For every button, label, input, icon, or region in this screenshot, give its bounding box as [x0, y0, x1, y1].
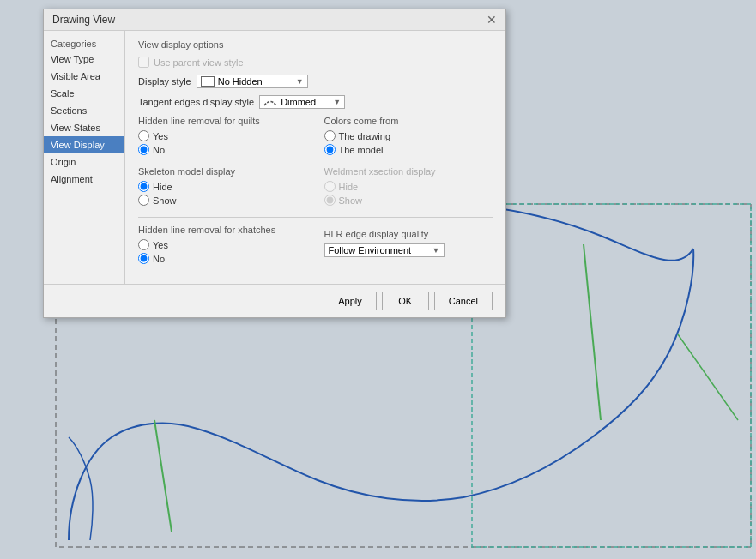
- sidebar-item-view-type[interactable]: View Type: [44, 51, 124, 68]
- hidden-line-quilts-col: Hidden line removal for quilts Yes No: [138, 116, 307, 158]
- svg-line-2: [154, 420, 172, 532]
- use-parent-view-style-row: Use parent view style: [138, 57, 493, 68]
- weldment-title: Weldment xsection display: [324, 166, 493, 177]
- hlr-arrow: ▼: [432, 246, 440, 255]
- quilts-no-label: No: [153, 145, 165, 155]
- skeleton-show-radio[interactable]: [138, 195, 149, 206]
- colors-drawing-label: The drawing: [339, 131, 391, 141]
- hlr-value: Follow Environment: [329, 245, 432, 255]
- cancel-button[interactable]: Cancel: [434, 292, 493, 310]
- colors-drawing-row: The drawing: [324, 130, 493, 141]
- tangent-edges-value: Dimmed: [281, 97, 333, 107]
- use-parent-label: Use parent view style: [154, 57, 244, 68]
- hlr-dropdown-row: Follow Environment ▼: [324, 243, 493, 257]
- tangent-icon: [263, 97, 277, 107]
- section-title: View display options: [138, 39, 493, 50]
- display-style-label: Display style: [138, 76, 191, 87]
- sidebar-item-view-states[interactable]: View States: [44, 119, 124, 136]
- options-row-3: Hidden line removal for xhatches Yes No …: [138, 225, 493, 267]
- display-style-value: No Hidden: [218, 76, 296, 87]
- tangent-edges-label: Tangent edges display style: [138, 97, 254, 107]
- categories-panel: Categories View Type Visible Area Scale …: [44, 31, 125, 284]
- xhatches-yes-radio[interactable]: [138, 239, 149, 250]
- xhatches-col: Hidden line removal for xhatches Yes No: [138, 225, 307, 267]
- display-style-arrow: ▼: [296, 77, 304, 86]
- sidebar-item-scale[interactable]: Scale: [44, 85, 124, 102]
- tangent-edges-row: Tangent edges display style Dimmed ▼: [138, 95, 493, 109]
- sidebar-item-view-display[interactable]: View Display: [44, 136, 124, 153]
- weldment-show-label: Show: [339, 195, 363, 206]
- skeleton-hide-radio[interactable]: [138, 181, 149, 192]
- tangent-edges-arrow: ▼: [333, 98, 341, 106]
- options-row-1: Hidden line removal for quilts Yes No Co…: [138, 116, 493, 158]
- skeleton-hide-row: Hide: [138, 181, 307, 192]
- tangent-edges-dropdown[interactable]: Dimmed ▼: [259, 95, 345, 109]
- colors-drawing-radio[interactable]: [324, 130, 336, 141]
- colors-model-label: The model: [339, 145, 384, 155]
- hlr-dropdown[interactable]: Follow Environment ▼: [324, 243, 445, 257]
- skeleton-title: Skeleton model display: [138, 166, 307, 177]
- xhatches-no-row: No: [138, 253, 307, 264]
- quilts-yes-radio[interactable]: [138, 130, 149, 141]
- xhatches-yes-label: Yes: [153, 240, 168, 250]
- quilts-no-row: No: [138, 144, 307, 155]
- colors-come-from-col: Colors come from The drawing The model: [324, 116, 493, 158]
- sidebar-item-origin[interactable]: Origin: [44, 153, 124, 171]
- weldment-hide-label: Hide: [339, 182, 359, 192]
- quilts-no-radio[interactable]: [138, 144, 149, 155]
- skeleton-hide-label: Hide: [153, 182, 172, 192]
- skeleton-col: Skeleton model display Hide Show: [138, 166, 307, 208]
- hlr-col: HLR edge display quality Follow Environm…: [324, 229, 493, 267]
- weldment-hide-row: Hide: [324, 181, 493, 192]
- svg-line-4: [678, 334, 738, 420]
- options-row-2: Skeleton model display Hide Show Weldmen…: [138, 166, 493, 208]
- quilts-yes-label: Yes: [153, 131, 168, 141]
- skeleton-show-row: Show: [138, 195, 307, 206]
- svg-line-3: [584, 244, 601, 420]
- quilts-yes-row: Yes: [138, 130, 307, 141]
- sidebar-item-sections[interactable]: Sections: [44, 102, 124, 119]
- colors-come-from-title: Colors come from: [324, 116, 493, 126]
- display-style-row: Display style No Hidden ▼: [138, 75, 493, 88]
- skeleton-show-label: Show: [153, 195, 177, 206]
- display-style-icon: [201, 76, 215, 87]
- content-panel: View display options Use parent view sty…: [125, 31, 505, 284]
- xhatches-no-label: No: [153, 254, 165, 264]
- weldment-col: Weldment xsection display Hide Show: [324, 166, 493, 208]
- dialog-title: Drawing View: [52, 14, 115, 26]
- svg-rect-1: [472, 204, 751, 547]
- weldment-show-row: Show: [324, 195, 493, 206]
- apply-button[interactable]: Apply: [324, 292, 377, 310]
- hidden-line-quilts-title: Hidden line removal for quilts: [138, 116, 307, 126]
- hlr-title: HLR edge display quality: [324, 229, 493, 239]
- divider: [138, 217, 493, 218]
- xhatches-yes-row: Yes: [138, 239, 307, 250]
- colors-model-radio[interactable]: [324, 144, 336, 155]
- sidebar-item-visible-area[interactable]: Visible Area: [44, 68, 124, 85]
- dialog-titlebar: Drawing View ✕: [44, 9, 505, 31]
- xhatches-no-radio[interactable]: [138, 253, 149, 264]
- weldment-show-radio[interactable]: [324, 195, 336, 206]
- dialog-footer: Apply OK Cancel: [44, 284, 505, 317]
- categories-label: Categories: [44, 35, 124, 51]
- weldment-hide-radio[interactable]: [324, 181, 336, 192]
- close-button[interactable]: ✕: [487, 14, 497, 26]
- display-style-dropdown[interactable]: No Hidden ▼: [197, 75, 308, 88]
- colors-model-row: The model: [324, 144, 493, 155]
- dialog-body: Categories View Type Visible Area Scale …: [44, 31, 505, 284]
- ok-button[interactable]: OK: [382, 292, 429, 310]
- xhatches-title: Hidden line removal for xhatches: [138, 225, 307, 235]
- use-parent-checkbox[interactable]: [138, 57, 149, 68]
- drawing-view-dialog: Drawing View ✕ Categories View Type Visi…: [43, 9, 506, 318]
- sidebar-item-alignment[interactable]: Alignment: [44, 171, 124, 188]
